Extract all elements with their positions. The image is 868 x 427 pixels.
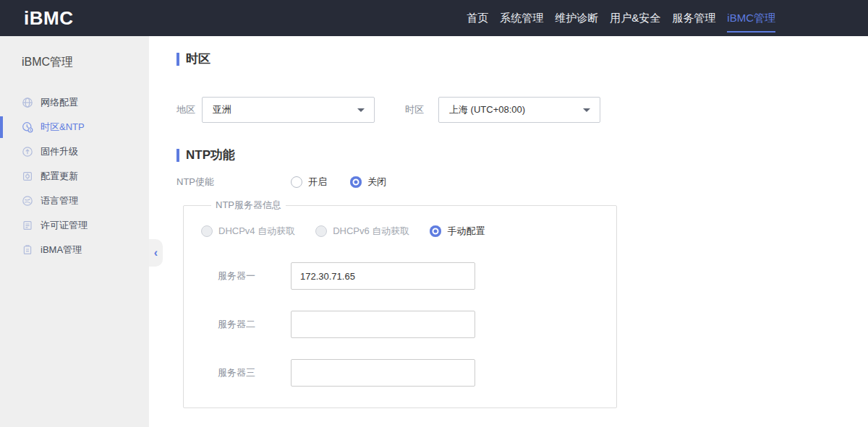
ntp-server-row-3: 服务器三 <box>201 359 616 387</box>
region-select[interactable]: 亚洲 <box>202 97 375 123</box>
sidebar-item-language-management[interactable]: 语言管理 <box>0 189 149 213</box>
radio-checked-icon <box>430 225 441 237</box>
upgrade-icon <box>22 146 33 158</box>
chevron-down-icon <box>357 108 365 112</box>
dhcpv4-auto-radio: DHCPv4 自动获取 <box>201 225 295 238</box>
nav-service-management[interactable]: 服务管理 <box>672 0 715 36</box>
dhcpv6-auto-radio: DHCPv6 自动获取 <box>315 225 409 238</box>
ntp-enable-label: NTP使能 <box>176 176 291 189</box>
radio-checked-icon <box>350 176 362 188</box>
sidebar-title: iBMC管理 <box>0 36 149 70</box>
sidebar-item-timezone-ntp[interactable]: 时区&NTP <box>0 115 149 139</box>
config-update-icon <box>22 171 33 182</box>
sidebar-item-config-update[interactable]: 配置更新 <box>0 164 149 189</box>
main-layout: iBMC管理 网络配置 <box>0 36 868 427</box>
nav-maintenance-diagnosis[interactable]: 维护诊断 <box>555 0 598 36</box>
server2-input[interactable] <box>291 311 475 338</box>
clock-icon <box>22 121 33 133</box>
nav-home[interactable]: 首页 <box>467 0 488 36</box>
radio-disabled-icon <box>315 225 327 237</box>
radio-label: DHCPv4 自动获取 <box>218 225 295 238</box>
clipboard-icon <box>22 244 33 256</box>
section-title-text: 时区 <box>186 51 210 67</box>
nav-ibmc-management[interactable]: iBMC管理 <box>727 0 775 36</box>
sidebar-item-label: 许可证管理 <box>41 219 88 232</box>
sidebar-collapse-button[interactable]: ‹ <box>149 239 163 267</box>
ntp-enable-on-radio[interactable]: 开启 <box>291 176 327 189</box>
timezone-section-title: 时区 <box>176 51 868 67</box>
nav-system-management[interactable]: 系统管理 <box>500 0 543 36</box>
ibmc-app: iBMC 首页 系统管理 维护诊断 用户&安全 服务管理 iBMC管理 iBMC… <box>0 0 868 427</box>
chevron-left-icon: ‹ <box>154 246 158 259</box>
timezone-select[interactable]: 上海 (UTC+08:00) <box>438 97 600 123</box>
sidebar-item-label: iBMA管理 <box>41 243 82 256</box>
license-icon <box>22 220 33 231</box>
sidebar-item-license-management[interactable]: 许可证管理 <box>0 213 149 238</box>
nav-user-security[interactable]: 用户&安全 <box>610 0 660 36</box>
ntp-mode-row: DHCPv4 自动获取 DHCPv6 自动获取 手动配置 <box>201 220 616 242</box>
ibmc-logo: iBMC <box>24 7 73 30</box>
server2-label: 服务器二 <box>218 318 291 331</box>
sidebar-item-label: 语言管理 <box>41 194 78 207</box>
manual-config-radio[interactable]: 手动配置 <box>430 225 485 238</box>
radio-unchecked-icon <box>291 176 302 188</box>
sidebar-item-label: 网络配置 <box>41 96 78 109</box>
main-nav: 首页 系统管理 维护诊断 用户&安全 服务管理 iBMC管理 <box>467 0 775 36</box>
section-accent-bar <box>176 149 179 162</box>
section-accent-bar <box>176 53 179 66</box>
globe-icon <box>22 97 33 108</box>
timezone-label: 时区 <box>405 103 438 116</box>
ntp-server-group-legend: NTP服务器信息 <box>211 199 286 212</box>
server1-input[interactable] <box>291 262 475 290</box>
timezone-form-row: 地区 亚洲 时区 上海 (UTC+08:00) <box>176 97 868 123</box>
ntp-section-title: NTP功能 <box>176 147 868 163</box>
ntp-server-row-2: 服务器二 <box>201 311 616 338</box>
server3-input[interactable] <box>291 359 475 387</box>
radio-label: 开启 <box>308 176 327 189</box>
section-title-text: NTP功能 <box>186 147 235 163</box>
top-navbar: iBMC 首页 系统管理 维护诊断 用户&安全 服务管理 iBMC管理 <box>0 0 868 36</box>
region-select-value: 亚洲 <box>213 103 231 116</box>
ntp-enable-row: NTP使能 开启 关闭 <box>176 171 868 193</box>
sidebar-item-firmware-upgrade[interactable]: 固件升级 <box>0 139 149 164</box>
sidebar-item-ibma-management[interactable]: iBMA管理 <box>0 238 149 262</box>
sidebar-item-label: 固件升级 <box>41 145 78 158</box>
radio-disabled-icon <box>201 225 213 237</box>
ntp-enable-off-radio[interactable]: 关闭 <box>350 176 386 189</box>
server1-label: 服务器一 <box>218 269 291 282</box>
radio-label: 手动配置 <box>447 225 485 238</box>
ntp-server-row-1: 服务器一 <box>201 262 616 290</box>
chevron-down-icon <box>583 108 590 112</box>
timezone-select-value: 上海 (UTC+08:00) <box>449 103 525 116</box>
sidebar-item-network-config[interactable]: 网络配置 <box>0 90 149 115</box>
language-icon <box>22 195 33 207</box>
content-area: 时区 地区 亚洲 时区 上海 (UTC+08:00) NTP功能 <box>149 36 868 427</box>
region-label: 地区 <box>176 103 202 116</box>
ntp-server-group: NTP服务器信息 DHCPv4 自动获取 DHCPv6 自动获取 手动配置 <box>183 199 617 408</box>
sidebar-item-label: 时区&NTP <box>41 121 85 134</box>
sidebar-menu: 网络配置 时区&NTP <box>0 90 149 262</box>
server3-label: 服务器三 <box>218 366 291 379</box>
sidebar: iBMC管理 网络配置 <box>0 36 149 427</box>
radio-label: DHCPv6 自动获取 <box>333 225 409 238</box>
sidebar-item-label: 配置更新 <box>41 170 78 183</box>
radio-label: 关闭 <box>367 176 386 189</box>
